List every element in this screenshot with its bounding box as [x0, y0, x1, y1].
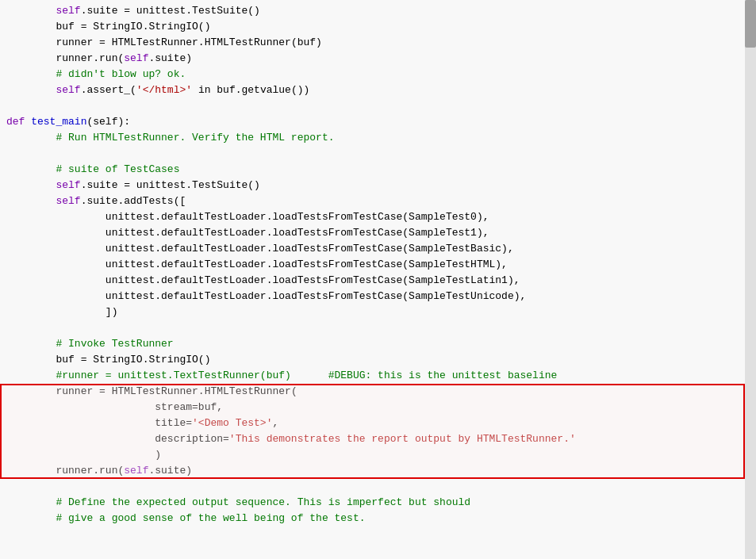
code-line: # Invoke TestRunner — [0, 336, 756, 352]
code-line: # give a good sense of the well being of… — [0, 511, 756, 526]
code-line: #runner = unittest.TextTestRunner(buf) #… — [0, 368, 756, 384]
code-line: title='<Demo Test>', — [0, 415, 756, 431]
code-line: runner.run(self.suite) — [0, 463, 756, 479]
code-line — [0, 146, 756, 162]
code-line: buf = StringIO.StringIO() — [0, 19, 756, 35]
code-line: unittest.defaultTestLoader.loadTestsFrom… — [0, 289, 756, 304]
scrollbar[interactable] — [745, 0, 756, 559]
code-line: unittest.defaultTestLoader.loadTestsFrom… — [0, 241, 756, 257]
code-line: unittest.defaultTestLoader.loadTestsFrom… — [0, 225, 756, 241]
code-line: runner = HTMLTestRunner.HTMLTestRunner(b… — [0, 35, 756, 51]
code-line: # suite of TestCases — [0, 162, 756, 178]
code-line: # Run HTMLTestRunner. Verify the HTML re… — [0, 130, 756, 146]
code-line: self.assert_('</html>' in buf.getvalue()… — [0, 82, 756, 98]
code-line: unittest.defaultTestLoader.loadTestsFrom… — [0, 209, 756, 225]
code-line: # Define the expected output sequence. T… — [0, 495, 756, 511]
code-line: runner.run(self.suite) — [0, 51, 756, 67]
code-editor: self.suite = unittest.TestSuite() buf = … — [0, 0, 756, 559]
code-line: description='This demonstrates the repor… — [0, 431, 756, 447]
code-line: def test_main(self): — [0, 114, 756, 130]
code-line: self.suite.addTests([ — [0, 193, 756, 209]
code-line: unittest.defaultTestLoader.loadTestsFrom… — [0, 257, 756, 273]
code-line: ]) — [0, 304, 756, 320]
code-content: self.suite = unittest.TestSuite() buf = … — [0, 0, 756, 530]
code-line: runner = HTMLTestRunner.HTMLTestRunner( — [0, 384, 756, 400]
scrollbar-thumb[interactable] — [745, 0, 756, 48]
code-line — [0, 98, 756, 114]
code-line: self.suite = unittest.TestSuite() — [0, 178, 756, 193]
code-line: stream=buf, — [0, 400, 756, 415]
code-line: ) — [0, 447, 756, 463]
code-line: buf = StringIO.StringIO() — [0, 352, 756, 368]
code-line: self.suite = unittest.TestSuite() — [0, 3, 756, 19]
code-line — [0, 479, 756, 495]
code-line: # didn't blow up? ok. — [0, 67, 756, 82]
code-line — [0, 320, 756, 336]
code-line: unittest.defaultTestLoader.loadTestsFrom… — [0, 273, 756, 289]
